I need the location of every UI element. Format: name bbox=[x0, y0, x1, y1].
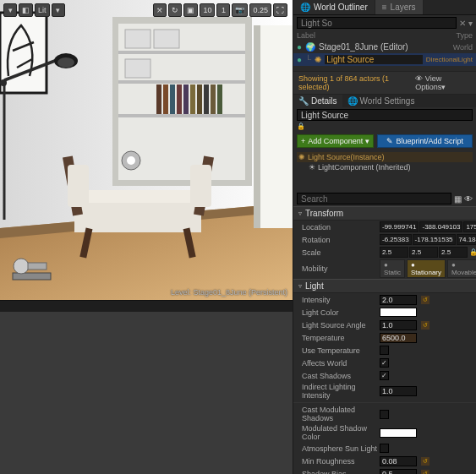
col-label[interactable]: Label bbox=[297, 31, 456, 40]
svg-rect-22 bbox=[125, 59, 150, 78]
level-label: Level: Stage01_8June (Persistent) bbox=[171, 288, 287, 297]
reset-icon[interactable]: ↺ bbox=[421, 470, 429, 475]
content-drawer-bar[interactable] bbox=[0, 300, 293, 312]
vp-snap-scale[interactable]: ▣ bbox=[183, 3, 198, 17]
mobility-stationary[interactable]: ● Stationary bbox=[407, 259, 446, 278]
details-search[interactable] bbox=[297, 193, 451, 204]
world-icon: 🌍 bbox=[305, 42, 315, 52]
svg-rect-10 bbox=[156, 84, 161, 114]
eye-icon[interactable]: 👁 bbox=[464, 194, 473, 204]
filter-icon[interactable]: ▾ bbox=[468, 19, 473, 28]
actor-icon: ✺ bbox=[298, 153, 305, 161]
svg-rect-19 bbox=[217, 84, 222, 114]
svg-rect-4 bbox=[254, 25, 260, 228]
vp-lit[interactable]: Lit bbox=[35, 3, 50, 17]
details-icon: 🔧 bbox=[298, 96, 309, 106]
svg-rect-16 bbox=[197, 84, 202, 114]
svg-rect-21 bbox=[154, 30, 179, 48]
cat-light[interactable]: ▿Light bbox=[293, 279, 476, 293]
svg-point-34 bbox=[0, 79, 7, 86]
actor-name[interactable] bbox=[297, 109, 473, 121]
svg-rect-18 bbox=[211, 84, 216, 114]
vp-grid[interactable]: 10 bbox=[200, 3, 215, 17]
intensity-input[interactable] bbox=[380, 295, 417, 305]
component-root[interactable]: ✺Light Source(Instance) bbox=[297, 152, 473, 162]
cast-mod-check[interactable] bbox=[380, 410, 389, 419]
vp-cam[interactable]: 📷 bbox=[232, 3, 248, 17]
mobility-static[interactable]: ● Static bbox=[380, 259, 405, 278]
source-angle-input[interactable] bbox=[380, 320, 417, 330]
svg-rect-20 bbox=[125, 30, 150, 48]
vp-snap-rot[interactable]: ↻ bbox=[168, 3, 182, 17]
add-component-button[interactable]: +Add Component▾ bbox=[297, 134, 374, 148]
svg-rect-11 bbox=[163, 84, 168, 114]
svg-rect-14 bbox=[183, 84, 189, 114]
reset-icon[interactable]: ↺ bbox=[421, 321, 429, 330]
svg-rect-8 bbox=[118, 80, 245, 84]
tab-details[interactable]: 🔧Details bbox=[293, 95, 342, 107]
outliner-world[interactable]: ● 🌍 Stage01_8June (Editor) World bbox=[293, 41, 476, 53]
col-type[interactable]: Type bbox=[456, 31, 473, 40]
vp-menu[interactable]: ▾ bbox=[3, 3, 17, 17]
plus-icon: + bbox=[301, 137, 305, 145]
mod-color-swatch[interactable] bbox=[380, 428, 417, 438]
svg-point-40 bbox=[14, 259, 29, 274]
indirect-input[interactable] bbox=[380, 386, 417, 396]
affects-world-check[interactable] bbox=[380, 358, 389, 368]
light-icon: ✺ bbox=[315, 55, 321, 64]
tab-layers[interactable]: ≡Layers bbox=[375, 0, 424, 14]
svg-rect-41 bbox=[28, 263, 47, 270]
property-matrix-icon[interactable]: ▦ bbox=[454, 194, 462, 204]
light-comp-icon: ☀ bbox=[309, 163, 315, 172]
shadow-bias-input[interactable] bbox=[380, 469, 417, 475]
reset-icon[interactable]: ↺ bbox=[421, 296, 429, 304]
outliner-count: Showing 1 of 864 actors (1 selected) bbox=[298, 74, 415, 91]
svg-rect-13 bbox=[177, 84, 182, 114]
clear-icon[interactable]: ✕ bbox=[459, 19, 466, 28]
vp-persp[interactable]: ◧ bbox=[19, 3, 33, 17]
temperature-input[interactable] bbox=[380, 333, 417, 343]
svg-rect-28 bbox=[68, 165, 89, 207]
visibility-icon[interactable]: ● bbox=[297, 42, 302, 52]
blueprint-button[interactable]: ✎Blueprint/Add Script bbox=[377, 134, 473, 148]
mobility-movable[interactable]: ● Movable bbox=[447, 259, 476, 278]
vp-speed[interactable]: 0.25 bbox=[249, 3, 271, 17]
svg-point-38 bbox=[127, 156, 135, 165]
svg-rect-25 bbox=[74, 190, 201, 203]
svg-point-36 bbox=[57, 57, 74, 68]
svg-rect-9 bbox=[118, 114, 245, 117]
lock-icon[interactable]: 🔒 bbox=[297, 123, 305, 130]
vp-max[interactable]: ⛶ bbox=[273, 3, 287, 17]
min-rough-input[interactable] bbox=[380, 456, 417, 466]
svg-rect-15 bbox=[190, 84, 195, 114]
use-temp-check[interactable] bbox=[380, 346, 389, 355]
cat-transform[interactable]: ▿Transform bbox=[293, 206, 476, 221]
svg-rect-17 bbox=[204, 84, 209, 114]
vp-scale[interactable]: 1 bbox=[216, 3, 230, 17]
cast-shadows-check[interactable] bbox=[380, 371, 389, 380]
eye-icon: 👁 bbox=[415, 74, 423, 83]
svg-rect-39 bbox=[13, 273, 51, 280]
properties-panel[interactable]: ▿Transform Location-99.999741-388.049103… bbox=[293, 206, 476, 474]
vp-snap-move[interactable]: ⤧ bbox=[153, 3, 167, 17]
outliner-light-source[interactable]: ● └ ✺ Light Source DirectionalLight bbox=[293, 53, 476, 66]
atmo-sun-check[interactable] bbox=[380, 444, 389, 453]
globe-icon: 🌐 bbox=[300, 3, 310, 12]
visibility-icon[interactable]: ● bbox=[297, 55, 302, 64]
lock-icon[interactable]: 🔒 bbox=[469, 248, 476, 256]
vp-show[interactable]: ▾ bbox=[52, 3, 65, 17]
svg-rect-24 bbox=[74, 199, 201, 232]
blueprint-icon: ✎ bbox=[386, 137, 393, 145]
viewport[interactable]: ▾ ◧ Lit ▾ ⤧ ↻ ▣ 10 1 📷 0.25 ⛶ Level: Sta… bbox=[0, 0, 293, 300]
view-options[interactable]: 👁 View Options▾ bbox=[415, 74, 471, 91]
world-settings-icon: 🌐 bbox=[347, 96, 358, 106]
tab-world-settings[interactable]: 🌐World Settings bbox=[342, 95, 420, 107]
layers-icon: ≡ bbox=[382, 3, 387, 12]
svg-rect-7 bbox=[118, 51, 245, 54]
outliner-search[interactable] bbox=[297, 17, 457, 29]
tab-world-outliner[interactable]: 🌐World Outliner bbox=[293, 0, 375, 14]
light-color-swatch[interactable] bbox=[380, 308, 417, 317]
component-light[interactable]: ☀LightComponent (Inherited) bbox=[297, 162, 473, 172]
svg-rect-12 bbox=[170, 84, 175, 114]
reset-icon[interactable]: ↺ bbox=[421, 457, 429, 466]
